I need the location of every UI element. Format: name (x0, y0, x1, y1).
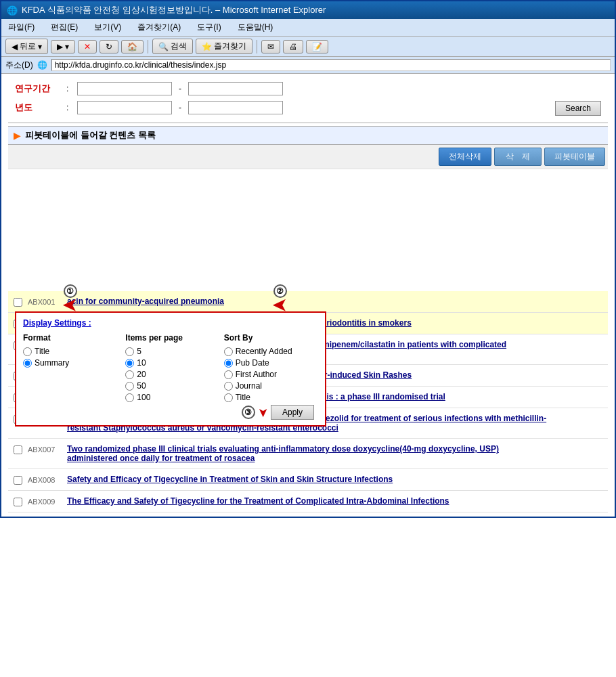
list-item-checkbox[interactable] (14, 445, 22, 454)
search-submit-button[interactable]: Search (555, 101, 601, 116)
period-start-input[interactable] (77, 82, 172, 95)
list-item-id: ABX001 (28, 297, 62, 306)
apply-button[interactable]: Apply (271, 405, 314, 420)
format-title-label: Title (35, 347, 49, 356)
list-item-checkbox[interactable] (14, 498, 22, 506)
display-settings-label[interactable]: Display Settings : (23, 318, 318, 328)
delete-all-button[interactable]: 전체삭제 (439, 148, 491, 166)
list-item-id: ABX009 (28, 496, 62, 506)
search-row-period: 연구기간 : - (15, 82, 283, 95)
colon2: : (66, 103, 73, 112)
print-button[interactable]: 🖨 (283, 40, 303, 53)
arrow-3: ➤ (255, 408, 270, 418)
items-5-row: 5 (125, 347, 215, 356)
sortby-recently-label: Recently Added (236, 347, 292, 356)
address-input[interactable] (51, 59, 611, 71)
menu-favorites[interactable]: 즐겨찾기(A) (135, 20, 183, 35)
list-item-link[interactable]: Two randomized phase III clinical trials… (67, 444, 499, 463)
list-item-id: ABX007 (28, 444, 62, 454)
list-item-link[interactable]: The Efficacy and Safety of Tigecycline f… (67, 496, 449, 506)
format-summary-radio[interactable] (23, 359, 32, 368)
delete-button[interactable]: 삭 제 (494, 148, 542, 166)
format-title-row: Title (23, 347, 117, 356)
sortby-author-label: First Author (236, 370, 277, 379)
refresh-icon: ↻ (106, 42, 112, 51)
display-settings-panel: Display Settings : Format Title Summar (15, 311, 326, 427)
items-10-label: 10 (137, 358, 146, 368)
research-period-label: 연구기간 (15, 83, 62, 95)
home-button[interactable]: 🏠 (121, 40, 144, 53)
main-content: 연구기간 : - 년도 : - Search (1, 74, 615, 517)
sortby-title-label: Title (236, 393, 250, 402)
edit-icon: 📝 (312, 42, 322, 51)
menu-tools[interactable]: 도구(I) (194, 20, 223, 35)
edit-button[interactable]: 📝 (306, 40, 328, 53)
sortby-header: Sort By (224, 333, 314, 344)
items-header: Items per page (125, 333, 215, 344)
sortby-column: Sort By Recently Added Pub Date (220, 333, 318, 420)
address-label: 주소(D) (5, 60, 33, 71)
sortby-journal-label: Journal (236, 381, 262, 391)
menu-edit[interactable]: 편집(E) (48, 20, 81, 35)
year-label: 년도 (15, 102, 62, 114)
toolbar-separator (148, 40, 148, 53)
forward-icon: ▶ (57, 42, 63, 51)
menu-view[interactable]: 보기(V) (91, 20, 124, 35)
title-bar-icon: 🌐 (7, 5, 18, 16)
list-item-link[interactable]: acin for community-acquired pneumonia (67, 297, 224, 306)
dash2: - (176, 103, 184, 112)
pivot-button[interactable]: 피봇테이블 (544, 148, 605, 166)
search-section: 연구기간 : - 년도 : - Search (8, 78, 608, 120)
list-item: ABX009 The Efficacy and Safety of Tigecy… (8, 491, 608, 512)
items-10-radio[interactable] (125, 359, 134, 368)
menu-file[interactable]: 파일(F) (5, 20, 37, 35)
back-icon: ◀ (12, 42, 18, 51)
arrow-2: ➤ (272, 298, 288, 313)
mail-button[interactable]: ✉ (261, 40, 280, 53)
title-bar-text: KFDA 식품의약품 안전청 임상시험정보방입니다. – Microsoft I… (22, 4, 326, 16)
year-start-input[interactable] (77, 101, 172, 114)
items-5-label: 5 (137, 347, 141, 356)
menu-help[interactable]: 도움말(H) (235, 20, 276, 35)
settings-grid: Format Title Summary (23, 333, 318, 420)
forward-button[interactable]: ▶ ▾ (51, 40, 75, 53)
refresh-button[interactable]: ↻ (100, 40, 118, 53)
sortby-author-row: First Author (224, 370, 314, 379)
items-50-row: 50 (125, 381, 215, 391)
back-dropdown-icon: ▾ (38, 42, 42, 51)
ie-icon: 🌐 (37, 60, 47, 70)
format-title-radio[interactable] (23, 347, 32, 356)
stop-button[interactable]: ✕ (78, 40, 97, 53)
sortby-title-radio[interactable] (224, 393, 233, 402)
items-10-row: 10 (125, 358, 215, 368)
toolbar: ◀ 뒤로 ▾ ▶ ▾ ✕ ↻ 🏠 🔍 검색 ⭐ 즐겨찾기 ✉ (1, 37, 615, 57)
period-end-input[interactable] (188, 82, 283, 95)
content-wrapper: ① ➤ ② ➤ Display Settings : Format (8, 291, 608, 512)
sortby-pubdate-radio[interactable] (224, 359, 233, 368)
sortby-author-radio[interactable] (224, 370, 233, 379)
items-20-radio[interactable] (125, 370, 134, 379)
sortby-pubdate-row: Pub Date (224, 358, 314, 368)
items-20-row: 20 (125, 370, 215, 379)
apply-row: ③ ➤ Apply (224, 405, 314, 420)
back-button[interactable]: ◀ 뒤로 ▾ (5, 39, 48, 54)
list-item: ABX001 acin for community-acquired pneum… (8, 291, 608, 313)
sortby-recently-radio[interactable] (224, 347, 233, 356)
items-5-radio[interactable] (125, 347, 134, 356)
sortby-title-row: Title (224, 393, 314, 402)
sortby-journal-radio[interactable] (224, 382, 233, 391)
list-item-link[interactable]: Safety and Efficacy of Tigecycline in Tr… (67, 475, 393, 484)
format-summary-row: Summary (23, 358, 117, 368)
year-end-input[interactable] (188, 101, 283, 114)
items-20-label: 20 (137, 370, 146, 379)
items-50-radio[interactable] (125, 382, 134, 391)
list-item: ABX008 Safety and Efficacy of Tigecyclin… (8, 469, 608, 491)
search-button[interactable]: 🔍 검색 (152, 39, 193, 54)
section-title-bar: ▶ 피봇테이블에 들어갈 컨텐츠 목록 (8, 126, 608, 145)
items-100-radio[interactable] (125, 393, 134, 402)
list-item-checkbox[interactable] (14, 298, 22, 307)
list-item-checkbox[interactable] (14, 476, 22, 485)
favorites-button[interactable]: ⭐ 즐겨찾기 (196, 39, 252, 54)
toolbar-separator2 (257, 40, 257, 53)
items-100-row: 100 (125, 393, 215, 402)
